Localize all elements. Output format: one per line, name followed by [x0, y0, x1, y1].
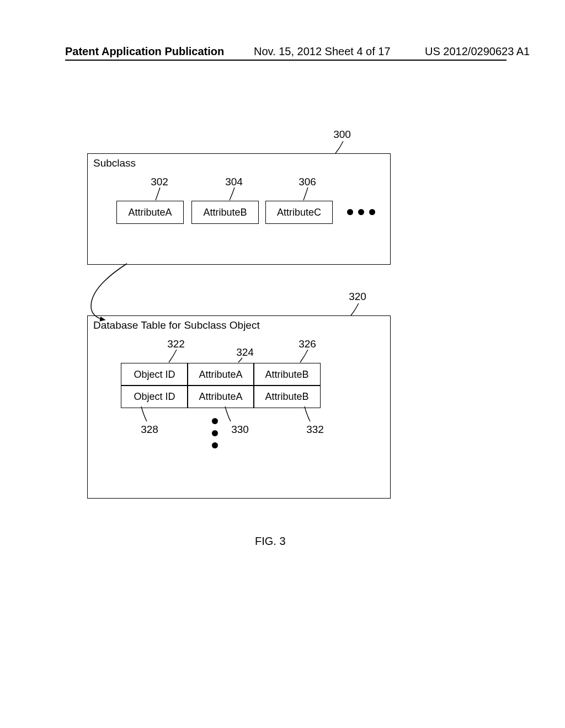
ellipsis-h-dot	[358, 209, 364, 215]
ref-320: 320	[347, 291, 369, 303]
page: Patent Application Publication Nov. 15, …	[0, 0, 565, 728]
header-mid: Nov. 15, 2012 Sheet 4 of 17	[254, 45, 391, 58]
table-cell-r2c3: AttributeB	[253, 385, 321, 408]
ref-324: 324	[234, 346, 256, 358]
db-table-box: Database Table for Subclass Object 322 3…	[87, 315, 391, 499]
ref-304: 304	[223, 176, 245, 188]
table-cell-r1c3: AttributeB	[253, 363, 321, 386]
header-left: Patent Application Publication	[65, 45, 224, 58]
ellipsis-h-dot	[347, 209, 353, 215]
attr-c-box: AttributeC	[265, 201, 333, 224]
table-cell-r1c2: AttributeA	[187, 363, 254, 386]
subclass-box: Subclass 302 304 306 AttributeA Attribut…	[87, 153, 391, 265]
attr-b-box: AttributeB	[191, 201, 259, 224]
table-cell-r1c1: Object ID	[121, 363, 188, 386]
table-cell-r2c2: AttributeA	[187, 385, 254, 408]
ref-302: 302	[148, 176, 170, 188]
header-right: US 2012/0290623 A1	[425, 45, 530, 58]
ellipsis-v-dot	[212, 430, 218, 436]
ref-330: 330	[229, 424, 251, 436]
ellipsis-v-dot	[212, 418, 218, 424]
attr-a-box: AttributeA	[116, 201, 184, 224]
ref-306: 306	[296, 176, 318, 188]
subclass-title: Subclass	[93, 157, 136, 169]
ref-326: 326	[296, 338, 318, 350]
ref-328: 328	[138, 424, 161, 436]
header-rule	[65, 60, 507, 61]
db-table-title: Database Table for Subclass Object	[93, 319, 260, 331]
ref-300: 300	[331, 129, 353, 141]
ref-322: 322	[165, 338, 187, 350]
table-cell-r2c1: Object ID	[121, 385, 188, 408]
ellipsis-h-dot	[369, 209, 375, 215]
ellipsis-v-dot	[212, 442, 218, 448]
figure-caption: FIG. 3	[255, 535, 286, 548]
ref-332: 332	[304, 424, 326, 436]
